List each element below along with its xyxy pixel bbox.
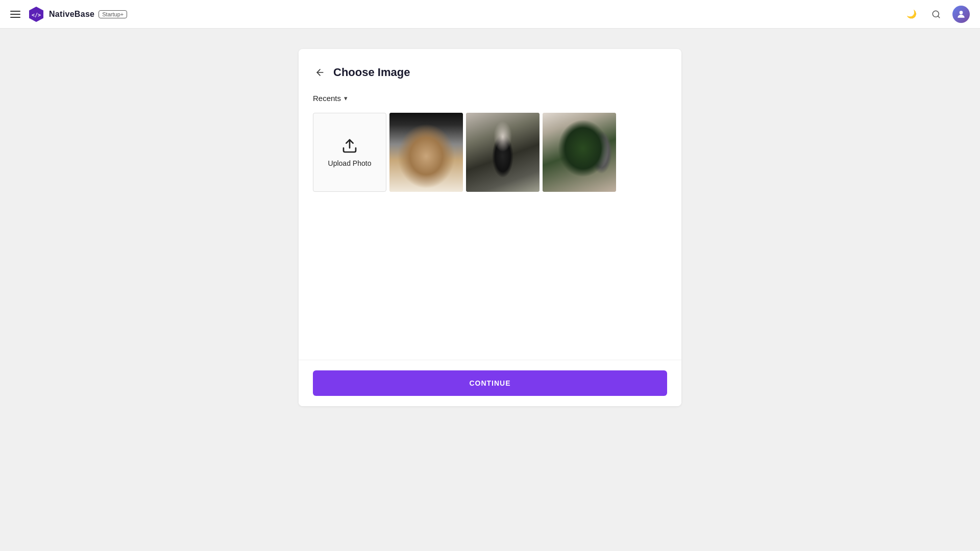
photo-item-1[interactable] xyxy=(389,113,463,192)
recents-label: Recents xyxy=(313,94,341,103)
svg-point-4 xyxy=(960,11,963,14)
card-inner: Choose Image Recents ▾ Upload Photo xyxy=(299,49,681,406)
photo-item-3[interactable] xyxy=(543,113,616,192)
brand-name: NativeBase xyxy=(49,10,94,19)
continue-button-wrapper: CONTINUE xyxy=(299,360,681,406)
startup-badge: Startup+ xyxy=(99,10,127,18)
upload-icon xyxy=(341,138,358,154)
upload-label: Upload Photo xyxy=(328,159,372,167)
navbar: </> NativeBase Startup+ 🌙 xyxy=(0,0,980,29)
continue-button[interactable]: CONTINUE xyxy=(313,370,667,396)
nativebase-logo-icon: </> xyxy=(28,6,45,23)
svg-line-3 xyxy=(938,16,939,17)
image-grid: Upload Photo xyxy=(313,113,667,192)
hamburger-menu-icon[interactable] xyxy=(10,11,20,18)
choose-image-card: Choose Image Recents ▾ Upload Photo xyxy=(299,49,681,406)
photo-item-2[interactable] xyxy=(466,113,540,192)
search-icon[interactable] xyxy=(928,6,944,22)
logo-container: </> NativeBase Startup+ xyxy=(28,6,127,23)
page-title-row: Choose Image xyxy=(313,65,667,80)
main-content: Choose Image Recents ▾ Upload Photo xyxy=(0,29,980,551)
page-title: Choose Image xyxy=(333,66,410,79)
navbar-left: </> NativeBase Startup+ xyxy=(10,6,127,23)
navbar-right: 🌙 xyxy=(903,6,970,23)
svg-text:</>: </> xyxy=(32,12,41,18)
back-button[interactable] xyxy=(313,65,327,80)
theme-toggle-icon[interactable]: 🌙 xyxy=(903,6,920,22)
chevron-down-icon: ▾ xyxy=(344,94,348,102)
avatar[interactable] xyxy=(952,6,970,23)
recents-dropdown[interactable]: Recents ▾ xyxy=(313,94,667,103)
upload-photo-cell[interactable]: Upload Photo xyxy=(313,113,386,192)
